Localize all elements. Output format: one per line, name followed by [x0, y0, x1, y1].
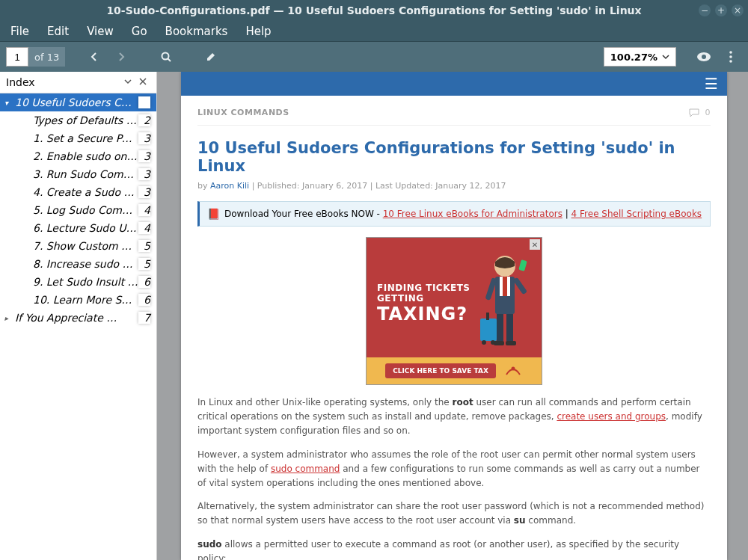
- close-icon: [138, 77, 147, 86]
- zoom-selector[interactable]: 100.27%: [604, 47, 676, 67]
- index-item-page: 7: [138, 312, 150, 324]
- sidebar-close-button[interactable]: [135, 76, 150, 88]
- hamburger-icon[interactable]: ☰: [705, 75, 718, 93]
- arrow-left-icon: [88, 51, 100, 63]
- svg-rect-18: [486, 313, 489, 320]
- page-total-label: of 13: [28, 47, 65, 67]
- svg-point-4: [729, 51, 732, 54]
- chevron-down-icon: [123, 77, 132, 86]
- index-item-page: 3: [138, 186, 150, 198]
- menu-file[interactable]: File: [6, 22, 34, 40]
- kebab-icon: [729, 51, 732, 63]
- index-item-label: 7. Show Custom …: [33, 240, 138, 252]
- index-item[interactable]: 2. Enable sudo on …3: [0, 147, 156, 165]
- menubar: File Edit View Go Bookmarks Help: [0, 21, 748, 42]
- ad-logo-icon: [503, 364, 523, 378]
- menu-view[interactable]: View: [82, 22, 118, 40]
- ad-cta-button[interactable]: CLICK HERE TO SAVE TAX: [385, 363, 496, 378]
- index-item[interactable]: 6. Lecture Sudo U…4: [0, 219, 156, 237]
- article-body: In Linux and other Unix-like operating s…: [197, 396, 711, 560]
- index-item-page: 4: [138, 222, 150, 234]
- zoom-value: 100.27%: [610, 52, 657, 63]
- svg-point-5: [729, 55, 732, 58]
- comments-count[interactable]: 0: [689, 108, 711, 117]
- index-item[interactable]: ▾10 Useful Sudoers C…1: [0, 93, 156, 111]
- titlebar: 10-Sudo-Configurations.pdf — 10 Useful S…: [0, 0, 748, 21]
- sidebar-title: Index: [6, 76, 120, 88]
- comment-icon: [689, 108, 699, 117]
- article-title: 10 Useful Sudoers Configurations for Set…: [197, 139, 711, 175]
- close-button[interactable]: ×: [732, 4, 744, 16]
- search-icon: [160, 51, 172, 63]
- index-item-label: 8. Increase sudo P…: [33, 258, 138, 270]
- index-item-page: 5: [138, 258, 150, 270]
- svg-rect-15: [513, 277, 527, 295]
- menu-bookmarks[interactable]: Bookmarks: [161, 22, 233, 40]
- index-item-page: 6: [138, 276, 150, 288]
- eye-icon: [696, 52, 711, 62]
- index-item-page: 1: [138, 96, 150, 108]
- annotate-button[interactable]: [200, 46, 222, 68]
- advertisement[interactable]: ✕ FINDING TICKETS GETTING TAXING?: [366, 237, 542, 385]
- svg-rect-16: [518, 259, 527, 271]
- index-item[interactable]: ▸If You Appreciate …7: [0, 309, 156, 327]
- index-item-page: 2: [138, 114, 150, 126]
- index-item[interactable]: 9. Let Sudo Insult …6: [0, 273, 156, 291]
- link-sudo-command[interactable]: sudo command: [271, 464, 340, 474]
- chevron-down-icon: [662, 53, 669, 61]
- index-item[interactable]: 7. Show Custom …5: [0, 237, 156, 255]
- ebooks-link-2[interactable]: 4 Free Shell Scripting eBooks: [571, 209, 702, 219]
- search-button[interactable]: [155, 46, 177, 68]
- index-item-page: 3: [138, 168, 150, 180]
- page-header-bar: ☰: [181, 72, 727, 96]
- next-page-button[interactable]: [110, 46, 132, 68]
- link-create-users[interactable]: create users and groups: [557, 411, 666, 422]
- index-item-label: If You Appreciate …: [15, 312, 138, 324]
- arrow-right-icon: [115, 51, 127, 63]
- svg-point-19: [482, 340, 486, 345]
- author-link[interactable]: Aaron Kili: [210, 181, 249, 191]
- svg-point-0: [162, 53, 169, 60]
- breadcrumb[interactable]: LINUX COMMANDS: [197, 108, 289, 117]
- page-number-input[interactable]: [6, 47, 28, 67]
- sidebar: Index ▾10 Useful Sudoers C…1Types of Def…: [0, 72, 157, 560]
- chevron-down-icon: ▾: [4, 99, 15, 107]
- ebooks-link-1[interactable]: 10 Free Linux eBooks for Administrators: [383, 209, 562, 219]
- byline: by Aaron Kili | Published: January 6, 20…: [197, 181, 711, 191]
- index-item-page: 3: [138, 132, 150, 144]
- svg-point-3: [702, 55, 706, 59]
- index-item[interactable]: 4. Create a Sudo L…3: [0, 183, 156, 201]
- minimize-button[interactable]: −: [699, 4, 711, 16]
- index-item[interactable]: 5. Log Sudo Com…4: [0, 201, 156, 219]
- svg-line-1: [168, 59, 171, 62]
- index-item-label: 10. Learn More Su…: [33, 294, 138, 306]
- menu-edit[interactable]: Edit: [43, 22, 73, 40]
- menu-help[interactable]: Help: [241, 22, 275, 40]
- book-icon: 📕: [207, 208, 220, 220]
- index-item-page: 4: [138, 204, 150, 216]
- svg-rect-10: [503, 277, 507, 296]
- pencil-icon: [205, 51, 217, 63]
- maximize-button[interactable]: +: [715, 4, 727, 16]
- index-item[interactable]: Types of Defaults …2: [0, 111, 156, 129]
- ad-close-icon[interactable]: ✕: [530, 239, 540, 250]
- menu-button[interactable]: [720, 46, 742, 68]
- index-item[interactable]: 8. Increase sudo P…5: [0, 255, 156, 273]
- index-item-label: 10 Useful Sudoers C…: [15, 96, 138, 108]
- index-item[interactable]: 1. Set a Secure PA…3: [0, 129, 156, 147]
- sidebar-dropdown-button[interactable]: [120, 76, 135, 88]
- view-mode-button[interactable]: [693, 46, 715, 68]
- svg-point-6: [729, 60, 732, 63]
- prev-page-button[interactable]: [83, 46, 105, 68]
- svg-rect-11: [497, 314, 503, 341]
- document-area[interactable]: ☰ LINUX COMMANDS 0 10 Useful Sudoers Con…: [157, 72, 748, 560]
- toolbar: of 13 100.27%: [0, 42, 748, 72]
- page: ☰ LINUX COMMANDS 0 10 Useful Sudoers Con…: [181, 72, 727, 560]
- index-item-label: 6. Lecture Sudo U…: [33, 222, 138, 234]
- index-item[interactable]: 3. Run Sudo Com…3: [0, 165, 156, 183]
- index-item[interactable]: 10. Learn More Su…6: [0, 291, 156, 309]
- menu-go[interactable]: Go: [127, 22, 152, 40]
- index-item-label: 2. Enable sudo on …: [33, 150, 138, 162]
- ebooks-bar: 📕 Download Your Free eBooks NOW - 10 Fre…: [197, 201, 711, 227]
- index-item-page: 5: [138, 240, 150, 252]
